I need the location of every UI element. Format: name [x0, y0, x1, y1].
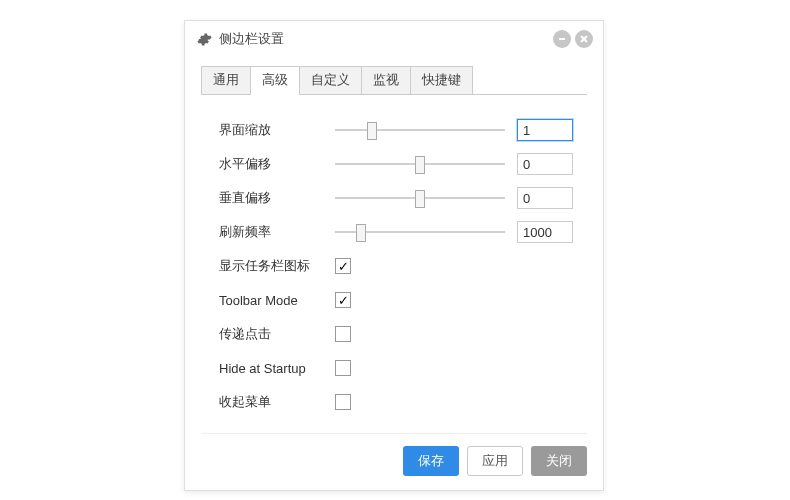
checkbox-hide-startup[interactable]	[335, 360, 351, 376]
advanced-panel: 界面缩放 水平偏移	[201, 109, 587, 423]
footer: 保存 应用 关闭	[201, 433, 587, 476]
slider-voffset[interactable]	[335, 188, 505, 208]
titlebar: 侧边栏设置	[185, 21, 603, 57]
label-toolbar-mode: Toolbar Mode	[219, 293, 335, 308]
sidebar-settings-dialog: 侧边栏设置 通用 高级 自定义 监视 快捷键 界面缩放	[184, 20, 604, 491]
row-show-tray: 显示任务栏图标	[219, 249, 583, 283]
row-collapse-menu: 收起菜单	[219, 385, 583, 419]
label-hoffset: 水平偏移	[219, 155, 335, 173]
apply-button[interactable]: 应用	[467, 446, 523, 476]
slider-ui-scale[interactable]	[335, 120, 505, 140]
row-ui-scale: 界面缩放	[219, 113, 583, 147]
label-collapse-menu: 收起菜单	[219, 393, 335, 411]
label-ui-scale: 界面缩放	[219, 121, 335, 139]
dialog-body: 通用 高级 自定义 监视 快捷键 界面缩放 水平偏移	[185, 57, 603, 490]
slider-refresh[interactable]	[335, 222, 505, 242]
tab-custom[interactable]: 自定义	[299, 66, 362, 95]
input-voffset[interactable]	[517, 187, 573, 209]
gear-icon	[197, 32, 212, 47]
tab-general[interactable]: 通用	[201, 66, 251, 95]
close-dialog-button[interactable]: 关闭	[531, 446, 587, 476]
row-hoffset: 水平偏移	[219, 147, 583, 181]
close-button[interactable]	[575, 30, 593, 48]
tab-monitor[interactable]: 监视	[361, 66, 411, 95]
input-refresh[interactable]	[517, 221, 573, 243]
input-hoffset[interactable]	[517, 153, 573, 175]
checkbox-toolbar-mode[interactable]	[335, 292, 351, 308]
label-voffset: 垂直偏移	[219, 189, 335, 207]
input-ui-scale[interactable]	[517, 119, 573, 141]
window-title: 侧边栏设置	[219, 30, 549, 48]
label-refresh: 刷新频率	[219, 223, 335, 241]
row-refresh: 刷新频率	[219, 215, 583, 249]
row-passthrough: 传递点击	[219, 317, 583, 351]
tabs: 通用 高级 自定义 监视 快捷键	[201, 65, 587, 95]
checkbox-show-tray[interactable]	[335, 258, 351, 274]
checkbox-passthrough[interactable]	[335, 326, 351, 342]
row-hide-startup: Hide at Startup	[219, 351, 583, 385]
label-hide-startup: Hide at Startup	[219, 361, 335, 376]
tab-advanced[interactable]: 高级	[250, 66, 300, 95]
minimize-button[interactable]	[553, 30, 571, 48]
row-voffset: 垂直偏移	[219, 181, 583, 215]
tab-hotkeys[interactable]: 快捷键	[410, 66, 473, 95]
save-button[interactable]: 保存	[403, 446, 459, 476]
label-show-tray: 显示任务栏图标	[219, 257, 335, 275]
slider-hoffset[interactable]	[335, 154, 505, 174]
row-toolbar-mode: Toolbar Mode	[219, 283, 583, 317]
checkbox-collapse-menu[interactable]	[335, 394, 351, 410]
label-passthrough: 传递点击	[219, 325, 335, 343]
